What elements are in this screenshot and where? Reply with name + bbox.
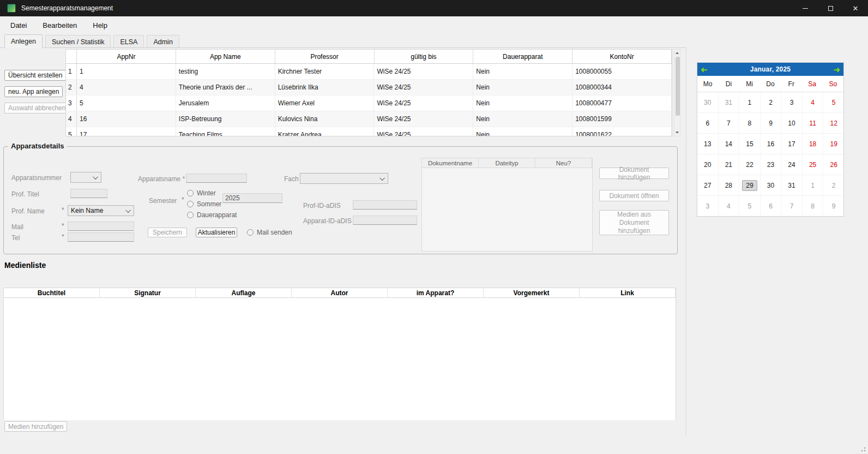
scroll-down-icon[interactable]: [674, 129, 680, 136]
scroll-up-icon[interactable]: [674, 50, 680, 56]
calendar-date[interactable]: 22: [739, 154, 761, 175]
apps-table-row[interactable]: 517Teaching FilmsKratzer AndreaWiSe 24/2…: [66, 127, 672, 136]
medien-hinzufuegen-button[interactable]: Medien hinzufügen: [4, 421, 67, 432]
calendar-date[interactable]: 4: [719, 196, 740, 217]
aktualisieren-button[interactable]: Aktualisieren: [196, 228, 237, 237]
calendar-date[interactable]: 8: [739, 113, 761, 134]
calendar-date[interactable]: 2: [761, 92, 782, 113]
sommer-radio[interactable]: Sommer: [187, 200, 221, 208]
calendar-next-icon[interactable]: ➜: [833, 65, 840, 74]
col-signatur[interactable]: Signatur: [100, 288, 196, 297]
tab-admin[interactable]: Admin: [147, 35, 179, 48]
mail-field[interactable]: [68, 222, 134, 231]
prof-titel-field[interactable]: [70, 189, 107, 198]
col-gueltig-bis[interactable]: gültig bis: [375, 50, 474, 63]
col-dokumentname[interactable]: Dokumentname: [422, 158, 479, 168]
calendar-date[interactable]: 25: [803, 154, 824, 175]
calendar-date[interactable]: 21: [719, 154, 740, 175]
col-link[interactable]: Link: [580, 288, 676, 297]
medien-aus-dokument-button[interactable]: Medien aus Dokument hinzufügen: [599, 210, 669, 235]
calendar-date[interactable]: 31: [781, 175, 803, 196]
calendar-date[interactable]: 4: [803, 92, 824, 113]
winter-radio[interactable]: Winter: [187, 189, 216, 197]
close-button[interactable]: ✕: [843, 0, 868, 16]
col-autor[interactable]: Autor: [292, 288, 388, 297]
calendar-date[interactable]: 16: [761, 134, 782, 154]
col-appnr[interactable]: AppNr: [77, 50, 176, 63]
apparat-id-adis-field[interactable]: [353, 216, 417, 225]
col-neu[interactable]: Neu?: [535, 158, 592, 168]
apps-table-row[interactable]: 11testingKirchner TesterWiSe 24/25Nein10…: [66, 64, 672, 80]
neu-app-anlegen-button[interactable]: neu. App anlegen: [4, 86, 63, 97]
calendar-date[interactable]: 9: [823, 196, 844, 217]
calendar-date[interactable]: 3: [697, 196, 719, 217]
resize-grip[interactable]: [860, 446, 866, 452]
speichern-button[interactable]: Speichern: [148, 228, 187, 237]
apps-table-row[interactable]: 24Theorie und Praxis der ...Lüsebrink Il…: [66, 80, 672, 95]
calendar-date[interactable]: 28: [719, 175, 740, 196]
tab-anlegen[interactable]: Anlegen: [4, 34, 43, 48]
calendar-date[interactable]: 3: [781, 92, 803, 113]
calendar-date[interactable]: 24: [781, 154, 803, 175]
col-kontonr[interactable]: KontoNr: [572, 50, 672, 63]
prof-id-adis-field[interactable]: [353, 200, 417, 210]
menu-bearbeiten[interactable]: Bearbeiten: [41, 20, 78, 31]
calendar-date[interactable]: 23: [761, 154, 782, 175]
apps-table-row[interactable]: 416ISP-BetreuungKulovics NinaWiSe 24/25N…: [66, 111, 672, 127]
calendar-date[interactable]: 8: [803, 196, 824, 217]
calendar-date[interactable]: 6: [761, 196, 782, 217]
fach-combo[interactable]: [300, 173, 388, 184]
calendar-date[interactable]: 5: [823, 92, 844, 113]
mail-senden-radio[interactable]: Mail senden: [247, 229, 292, 236]
maximize-button[interactable]: [818, 0, 843, 16]
tab-elsa[interactable]: ELSA: [113, 35, 144, 48]
apps-table-row[interactable]: 35JerusalemWiemer AxelWiSe 24/25Nein1008…: [66, 95, 672, 111]
calendar-date[interactable]: 31: [719, 92, 740, 113]
calendar-date[interactable]: 18: [803, 134, 824, 154]
auswahl-abbrechen-button[interactable]: Auswahl abbrechen: [4, 103, 69, 113]
col-im-apparat[interactable]: im Apparat?: [388, 288, 484, 297]
calendar-date[interactable]: 7: [719, 113, 740, 134]
menu-datei[interactable]: Datei: [9, 20, 28, 31]
calendar-date[interactable]: 20: [697, 154, 719, 175]
dokument-oeffnen-button[interactable]: Dokument öffnen: [599, 190, 669, 201]
apparatsnummer-combo[interactable]: [70, 172, 101, 183]
col-vorgemerkt[interactable]: Vorgemerkt: [484, 288, 580, 297]
calendar-date[interactable]: 13: [697, 134, 719, 154]
dauerapparat-radio[interactable]: Dauerapparat: [187, 211, 237, 219]
calendar-date[interactable]: 1: [803, 175, 824, 196]
calendar-date[interactable]: 15: [739, 134, 761, 154]
prof-name-combo[interactable]: Kein Name: [68, 205, 134, 216]
menu-help[interactable]: Help: [92, 20, 108, 31]
tab-suchen-statistik[interactable]: Suchen / Statistik: [45, 35, 111, 48]
tel-field[interactable]: [68, 232, 134, 242]
calendar-date[interactable]: 2: [823, 175, 844, 196]
calendar-date[interactable]: 11: [803, 113, 824, 134]
calendar-date[interactable]: 27: [697, 175, 719, 196]
col-dauerapparat[interactable]: Dauerapparat: [473, 50, 572, 63]
dokument-hinzufuegen-button[interactable]: Dokument hinzufügen: [599, 168, 669, 179]
calendar-date[interactable]: 12: [823, 113, 844, 134]
col-app-name[interactable]: App Name: [176, 50, 275, 63]
uebersicht-erstellen-button[interactable]: Übersicht erstellen: [4, 70, 66, 81]
calendar-date[interactable]: 9: [761, 113, 782, 134]
minimize-button[interactable]: [793, 0, 818, 16]
calendar-date[interactable]: 19: [823, 134, 844, 154]
calendar-date[interactable]: 6: [697, 113, 719, 134]
calendar-date[interactable]: 14: [719, 134, 740, 154]
calendar-date[interactable]: 17: [781, 134, 803, 154]
calendar-prev-icon[interactable]: ➜: [701, 65, 708, 74]
calendar-date[interactable]: 30: [761, 175, 782, 196]
calendar-date[interactable]: 5: [739, 196, 761, 217]
col-dateityp[interactable]: Dateityp: [479, 158, 535, 168]
apparatsname-field[interactable]: [186, 174, 247, 183]
col-buchtitel[interactable]: Buchtitel: [4, 288, 100, 297]
calendar-date[interactable]: 30: [697, 92, 719, 113]
calendar-date[interactable]: 1: [739, 92, 761, 113]
year-field[interactable]: 2025: [222, 193, 282, 203]
apps-table-scrollbar[interactable]: [674, 49, 680, 136]
calendar-date[interactable]: 10: [781, 113, 803, 134]
calendar-date[interactable]: 29: [739, 175, 761, 196]
calendar-date[interactable]: 7: [781, 196, 803, 217]
scrollbar-thumb[interactable]: [676, 57, 680, 116]
